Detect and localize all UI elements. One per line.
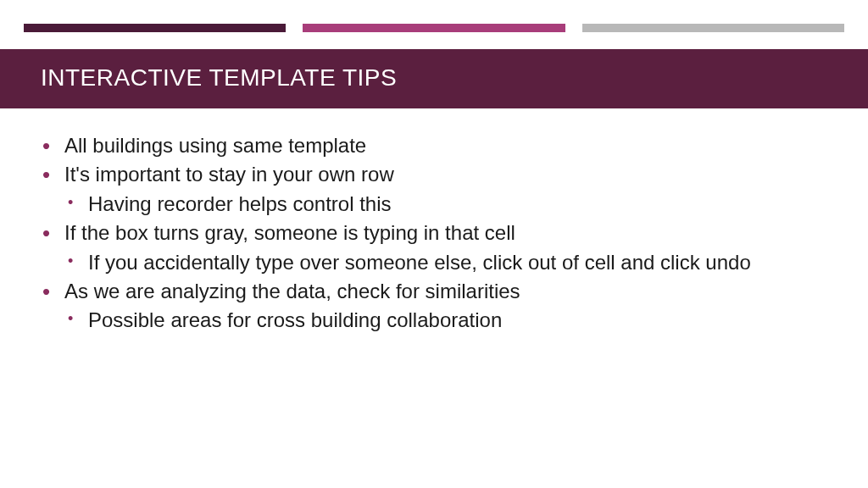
sub-bullet-list: Possible areas for cross building collab… — [64, 307, 827, 334]
list-item-text: If the box turns gray, someone is typing… — [64, 221, 515, 244]
decorative-stripe — [24, 24, 844, 32]
list-item-text: All buildings using same template — [64, 134, 366, 157]
stripe-segment-light — [582, 24, 844, 32]
sub-list-item-text: Having recorder helps control this — [88, 192, 392, 215]
title-bar: INTERACTIVE TEMPLATE TIPS — [0, 49, 868, 108]
sub-list-item: Possible areas for cross building collab… — [64, 307, 827, 334]
list-item: All buildings using same template — [41, 132, 827, 159]
list-item: If the box turns gray, someone is typing… — [41, 219, 827, 276]
sub-list-item: If you accidentally type over someone el… — [64, 249, 827, 276]
bullet-list: All buildings using same template It's i… — [41, 132, 827, 335]
list-item: As we are analyzing the data, check for … — [41, 278, 827, 335]
list-item-text: As we are analyzing the data, check for … — [64, 280, 520, 302]
stripe-segment-mid — [303, 24, 565, 32]
content-area: All buildings using same template It's i… — [0, 108, 868, 335]
sub-list-item-text: If you accidentally type over someone el… — [88, 251, 751, 274]
list-item-text: It's important to stay in your own row — [64, 163, 394, 186]
slide-title: INTERACTIVE TEMPLATE TIPS — [41, 64, 827, 92]
sub-bullet-list: If you accidentally type over someone el… — [64, 249, 827, 276]
stripe-segment-dark — [24, 24, 286, 32]
sub-list-item: Having recorder helps control this — [64, 191, 827, 218]
sub-bullet-list: Having recorder helps control this — [64, 191, 827, 218]
list-item: It's important to stay in your own row H… — [41, 161, 827, 218]
sub-list-item-text: Possible areas for cross building collab… — [88, 308, 502, 331]
